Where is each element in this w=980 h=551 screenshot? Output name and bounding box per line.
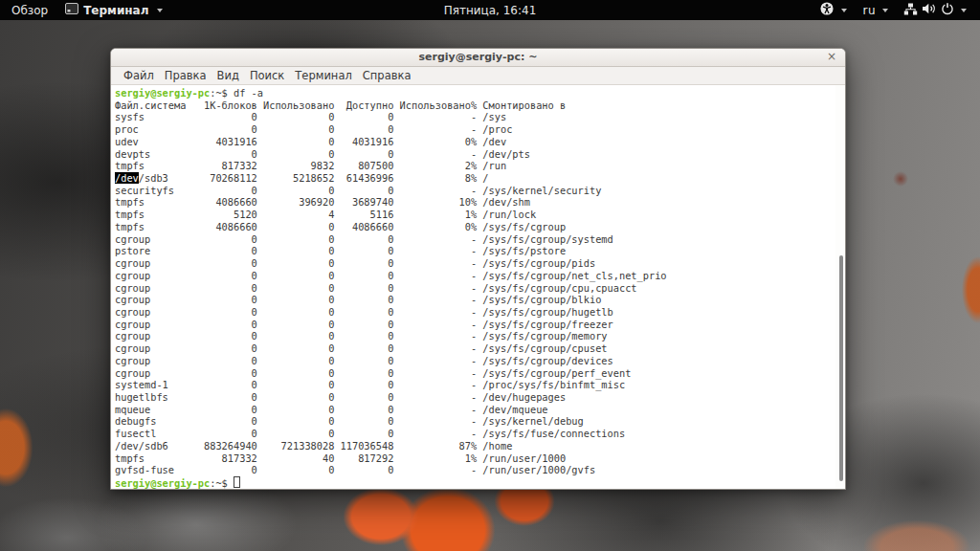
menu-item-terminal[interactable]: Терминал [290, 67, 356, 84]
activities-label: Обзор [11, 4, 48, 17]
keyboard-layout-menu[interactable]: ru [857, 0, 894, 20]
chevron-down-icon [961, 9, 967, 12]
terminal-line: sergiy@sergiy-pc:~$ df -a [115, 87, 835, 99]
terminal-line: gvfsd-fuse 0 0 0 - /run/user/1000/gvfs [115, 464, 835, 476]
terminal-line: sergiy@sergiy-pc:~$ [115, 476, 835, 489]
terminal-line: tmpfs 817332 40 817292 1% /run/user/1000 [115, 452, 835, 465]
terminal-line: securityfs 0 0 0 - /sys/kernel/security [115, 185, 835, 197]
terminal-line: cgroup 0 0 0 - /sys/fs/cgroup/memory [115, 330, 835, 342]
terminal-window: sergiy@sergiy-pc: ~ × Файл Правка Вид По… [110, 48, 846, 490]
network-wired-icon [903, 3, 918, 18]
terminal-line: tmpfs 5120 4 5116 1% /run/lock [115, 209, 835, 221]
keyboard-layout-label: ru [862, 4, 876, 17]
chevron-down-icon [157, 9, 163, 12]
terminal-line: udev 4031916 0 4031916 0% /dev [115, 136, 835, 148]
power-icon [941, 2, 954, 18]
terminal-line: cgroup 0 0 0 - /sys/fs/cgroup/net_cls,ne… [115, 270, 835, 282]
terminal-cursor [234, 476, 240, 488]
scrollbar[interactable] [835, 85, 845, 489]
menu-item-file[interactable]: Файл [119, 67, 159, 84]
clock[interactable]: Пятница, 16:41 [444, 4, 537, 17]
accessibility-icon [819, 1, 835, 19]
terminal-line: cgroup 0 0 0 - /sys/fs/cgroup/cpuset [115, 342, 835, 355]
terminal-line: devpts 0 0 0 - /dev/pts [115, 148, 835, 161]
system-menu[interactable] [898, 0, 972, 20]
terminal-line: sysfs 0 0 0 - /sys [115, 111, 835, 123]
terminal-line: cgroup 0 0 0 - /sys/fs/cgroup/blkio [115, 294, 835, 306]
terminal-line: pstore 0 0 0 - /sys/fs/pstore [115, 245, 835, 257]
chevron-down-icon [841, 9, 847, 12]
window-title: sergiy@sergiy-pc: ~ [419, 51, 538, 63]
titlebar[interactable]: sergiy@sergiy-pc: ~ × [111, 49, 845, 67]
scrollbar-thumb[interactable] [839, 255, 843, 481]
menu-item-search[interactable]: Поиск [245, 67, 289, 84]
terminal-app-icon [65, 3, 78, 17]
topbar-left: Обзор Терминал [0, 0, 168, 20]
volume-icon [922, 2, 937, 18]
menu-item-help[interactable]: Справка [358, 67, 416, 84]
terminal-line: proc 0 0 0 - /proc [115, 123, 835, 136]
terminal-line: cgroup 0 0 0 - /sys/fs/cgroup/hugetlb [115, 306, 835, 319]
terminal-line: hugetlbfs 0 0 0 - /dev/hugepages [115, 391, 835, 404]
terminal-line: Файл.система 1К-блоков Использовано Дост… [115, 99, 835, 112]
terminal-line: fusectl 0 0 0 - /sys/fs/fuse/connections [115, 428, 835, 440]
terminal-line: systemd-1 0 0 0 - /proc/sys/fs/binfmt_mi… [115, 379, 835, 391]
top-bar: Обзор Терминал Пятница, 16:41 [0, 0, 980, 20]
close-button[interactable]: × [825, 49, 838, 65]
terminal-line: cgroup 0 0 0 - /sys/fs/cgroup/systemd [115, 233, 835, 246]
terminal-line: cgroup 0 0 0 - /sys/fs/cgroup/cpu,cpuacc… [115, 282, 835, 295]
terminal-line: mqueue 0 0 0 - /dev/mqueue [115, 404, 835, 416]
terminal-content[interactable]: sergiy@sergiy-pc:~$ df -aФайл.система 1К… [111, 85, 845, 489]
terminal-line: cgroup 0 0 0 - /sys/fs/cgroup/devices [115, 355, 835, 367]
menubar: Файл Правка Вид Поиск Терминал Справка [111, 67, 845, 85]
terminal-line: cgroup 0 0 0 - /sys/fs/cgroup/freezer [115, 319, 835, 331]
terminal-line: cgroup 0 0 0 - /sys/fs/cgroup/perf_event [115, 367, 835, 380]
terminal-line: tmpfs 4086660 0 4086660 0% /sys/fs/cgrou… [115, 221, 835, 233]
app-menu-label: Терминал [83, 4, 148, 17]
menu-item-view[interactable]: Вид [212, 67, 244, 84]
terminal-text-area: sergiy@sergiy-pc:~$ df -aФайл.система 1К… [111, 85, 835, 489]
terminal-line: tmpfs 4086660 396920 3689740 10% /dev/sh… [115, 196, 835, 209]
terminal-line: debugfs 0 0 0 - /sys/kernel/debug [115, 415, 835, 428]
menu-item-edit[interactable]: Правка [160, 67, 212, 84]
app-menu[interactable]: Терминал [59, 0, 167, 20]
terminal-line: /dev/sdb6 883264940 721338028 117036548 … [115, 440, 835, 452]
activities-button[interactable]: Обзор [0, 0, 59, 20]
topbar-right: ru [813, 0, 980, 20]
a11y-menu[interactable] [813, 0, 853, 20]
chevron-down-icon [882, 9, 888, 12]
terminal-line: cgroup 0 0 0 - /sys/fs/cgroup/pids [115, 257, 835, 270]
terminal-line: tmpfs 817332 9832 807500 2% /run [115, 160, 835, 172]
terminal-line: /dev/sdb3 70268112 5218652 61436996 8% / [115, 172, 835, 185]
